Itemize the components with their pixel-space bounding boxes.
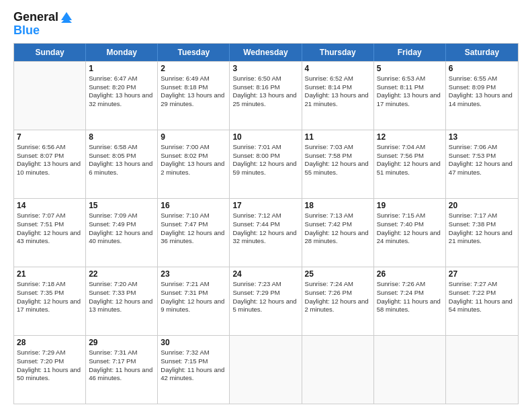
day-number: 29 — [89, 338, 154, 347]
cal-week-row-2: 14Sunrise: 7:07 AMSunset: 7:51 PMDayligh… — [14, 198, 518, 267]
day-number: 18 — [305, 201, 371, 210]
cal-cell: 30Sunrise: 7:32 AMSunset: 7:15 PMDayligh… — [158, 336, 230, 404]
day-info: Sunrise: 7:15 AMSunset: 7:40 PMDaylight:… — [377, 212, 443, 246]
cal-header-cell-monday: Monday — [86, 44, 158, 61]
cal-cell: 26Sunrise: 7:26 AMSunset: 7:24 PMDayligh… — [374, 267, 446, 335]
cal-cell: 16Sunrise: 7:10 AMSunset: 7:47 PMDayligh… — [158, 199, 230, 267]
day-info: Sunrise: 6:55 AMSunset: 8:09 PMDaylight:… — [449, 75, 515, 109]
cal-cell: 13Sunrise: 7:06 AMSunset: 7:53 PMDayligh… — [446, 130, 518, 198]
cal-cell: 25Sunrise: 7:24 AMSunset: 7:26 PMDayligh… — [302, 267, 374, 335]
day-number: 19 — [377, 201, 443, 210]
day-info: Sunrise: 7:32 AMSunset: 7:15 PMDaylight:… — [161, 349, 226, 383]
cal-cell: 5Sunrise: 6:53 AMSunset: 8:11 PMDaylight… — [374, 62, 446, 130]
cal-cell — [374, 336, 446, 404]
day-number: 16 — [161, 201, 226, 210]
day-info: Sunrise: 7:17 AMSunset: 7:38 PMDaylight:… — [449, 212, 515, 246]
day-number: 8 — [89, 132, 154, 142]
cal-week-row-1: 7Sunrise: 6:56 AMSunset: 8:07 PMDaylight… — [14, 130, 518, 198]
calendar: SundayMondayTuesdayWednesdayThursdayFrid… — [13, 43, 519, 404]
cal-cell: 4Sunrise: 6:52 AMSunset: 8:14 PMDaylight… — [302, 62, 374, 130]
cal-week-row-3: 21Sunrise: 7:18 AMSunset: 7:35 PMDayligh… — [14, 267, 518, 335]
cal-cell: 28Sunrise: 7:29 AMSunset: 7:20 PMDayligh… — [14, 336, 86, 404]
cal-cell: 23Sunrise: 7:21 AMSunset: 7:31 PMDayligh… — [158, 267, 230, 335]
day-info: Sunrise: 7:00 AMSunset: 8:02 PMDaylight:… — [161, 143, 226, 177]
day-info: Sunrise: 7:13 AMSunset: 7:42 PMDaylight:… — [305, 212, 371, 246]
cal-cell: 8Sunrise: 6:58 AMSunset: 8:05 PMDaylight… — [86, 130, 158, 198]
day-info: Sunrise: 7:06 AMSunset: 7:53 PMDaylight:… — [449, 143, 515, 177]
day-number: 30 — [161, 338, 226, 347]
page: General Blue SundayMondayTuesdayWednesda… — [0, 0, 532, 411]
day-number: 2 — [161, 64, 226, 73]
cal-cell: 18Sunrise: 7:13 AMSunset: 7:42 PMDayligh… — [302, 199, 374, 267]
logo-text-line2: Blue — [13, 24, 40, 38]
cal-cell: 15Sunrise: 7:09 AMSunset: 7:49 PMDayligh… — [86, 199, 158, 267]
day-number: 4 — [305, 64, 371, 73]
day-info: Sunrise: 7:21 AMSunset: 7:31 PMDaylight:… — [161, 280, 226, 314]
day-info: Sunrise: 7:23 AMSunset: 7:29 PMDaylight:… — [232, 280, 298, 314]
day-info: Sunrise: 7:03 AMSunset: 7:58 PMDaylight:… — [305, 143, 371, 177]
day-number: 9 — [161, 132, 226, 142]
cal-cell — [230, 336, 302, 404]
cal-cell: 29Sunrise: 7:31 AMSunset: 7:17 PMDayligh… — [86, 336, 158, 404]
calendar-body: 1Sunrise: 6:47 AMSunset: 8:20 PMDaylight… — [14, 61, 518, 404]
day-info: Sunrise: 7:12 AMSunset: 7:44 PMDaylight:… — [232, 212, 298, 246]
day-info: Sunrise: 7:09 AMSunset: 7:49 PMDaylight:… — [89, 212, 154, 246]
day-number: 6 — [449, 64, 515, 73]
day-number: 27 — [449, 269, 515, 279]
cal-week-row-0: 1Sunrise: 6:47 AMSunset: 8:20 PMDaylight… — [14, 61, 518, 130]
cal-header-cell-friday: Friday — [374, 44, 446, 61]
day-info: Sunrise: 6:50 AMSunset: 8:16 PMDaylight:… — [232, 75, 298, 109]
day-number: 24 — [232, 269, 298, 279]
cal-header-cell-thursday: Thursday — [302, 44, 374, 61]
day-number: 14 — [17, 201, 83, 210]
header: General Blue — [13, 11, 519, 38]
day-info: Sunrise: 7:10 AMSunset: 7:47 PMDaylight:… — [161, 212, 226, 246]
cal-header-cell-wednesday: Wednesday — [230, 44, 302, 61]
day-info: Sunrise: 7:27 AMSunset: 7:22 PMDaylight:… — [449, 280, 515, 314]
cal-header-cell-sunday: Sunday — [14, 44, 86, 61]
day-info: Sunrise: 6:53 AMSunset: 8:11 PMDaylight:… — [377, 75, 443, 109]
cal-cell: 3Sunrise: 6:50 AMSunset: 8:16 PMDaylight… — [230, 62, 302, 130]
cal-cell: 22Sunrise: 7:20 AMSunset: 7:33 PMDayligh… — [86, 267, 158, 335]
day-info: Sunrise: 6:49 AMSunset: 8:18 PMDaylight:… — [161, 75, 226, 109]
day-number: 25 — [305, 269, 371, 279]
day-info: Sunrise: 7:07 AMSunset: 7:51 PMDaylight:… — [17, 212, 83, 246]
day-number: 20 — [449, 201, 515, 210]
cal-header-cell-tuesday: Tuesday — [158, 44, 230, 61]
calendar-header: SundayMondayTuesdayWednesdayThursdayFrid… — [14, 44, 518, 61]
logo-icon — [60, 11, 73, 24]
day-info: Sunrise: 7:18 AMSunset: 7:35 PMDaylight:… — [17, 280, 83, 314]
day-number: 17 — [232, 201, 298, 210]
cal-cell: 2Sunrise: 6:49 AMSunset: 8:18 PMDaylight… — [158, 62, 230, 130]
cal-cell — [446, 336, 518, 404]
day-info: Sunrise: 7:24 AMSunset: 7:26 PMDaylight:… — [305, 280, 371, 314]
cal-cell: 21Sunrise: 7:18 AMSunset: 7:35 PMDayligh… — [14, 267, 86, 335]
cal-cell: 17Sunrise: 7:12 AMSunset: 7:44 PMDayligh… — [230, 199, 302, 267]
day-number: 1 — [89, 64, 154, 73]
day-number: 5 — [377, 64, 443, 73]
cal-cell — [302, 336, 374, 404]
cal-cell: 11Sunrise: 7:03 AMSunset: 7:58 PMDayligh… — [302, 130, 374, 198]
day-info: Sunrise: 7:29 AMSunset: 7:20 PMDaylight:… — [17, 349, 83, 383]
day-info: Sunrise: 7:01 AMSunset: 8:00 PMDaylight:… — [232, 143, 298, 177]
day-info: Sunrise: 7:04 AMSunset: 7:56 PMDaylight:… — [377, 143, 443, 177]
logo-text-line1: General — [13, 11, 58, 24]
day-number: 3 — [232, 64, 298, 73]
day-info: Sunrise: 6:56 AMSunset: 8:07 PMDaylight:… — [17, 143, 83, 177]
day-number: 15 — [89, 201, 154, 210]
cal-cell: 19Sunrise: 7:15 AMSunset: 7:40 PMDayligh… — [374, 199, 446, 267]
day-info: Sunrise: 6:52 AMSunset: 8:14 PMDaylight:… — [305, 75, 371, 109]
cal-cell — [14, 62, 86, 130]
day-number: 21 — [17, 269, 83, 279]
cal-week-row-4: 28Sunrise: 7:29 AMSunset: 7:20 PMDayligh… — [14, 335, 518, 404]
cal-cell: 12Sunrise: 7:04 AMSunset: 7:56 PMDayligh… — [374, 130, 446, 198]
day-number: 13 — [449, 132, 515, 142]
day-info: Sunrise: 6:47 AMSunset: 8:20 PMDaylight:… — [89, 75, 154, 109]
day-info: Sunrise: 7:26 AMSunset: 7:24 PMDaylight:… — [377, 280, 443, 314]
cal-cell: 20Sunrise: 7:17 AMSunset: 7:38 PMDayligh… — [446, 199, 518, 267]
day-info: Sunrise: 7:31 AMSunset: 7:17 PMDaylight:… — [89, 349, 154, 383]
svg-marker-1 — [61, 20, 72, 23]
cal-cell: 1Sunrise: 6:47 AMSunset: 8:20 PMDaylight… — [86, 62, 158, 130]
logo: General Blue — [13, 11, 73, 38]
cal-cell: 10Sunrise: 7:01 AMSunset: 8:00 PMDayligh… — [230, 130, 302, 198]
